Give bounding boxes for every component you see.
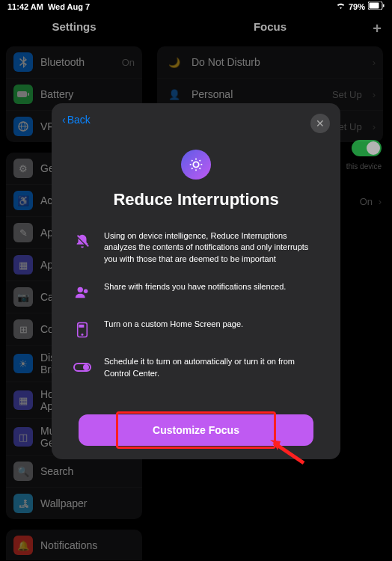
- modal-title: Reduce Interruptions: [65, 190, 327, 209]
- close-icon: ✕: [316, 117, 325, 129]
- toggle-icon: [73, 358, 92, 377]
- people-icon: [73, 283, 92, 302]
- svg-rect-15: [79, 325, 81, 327]
- svg-point-11: [78, 287, 83, 292]
- svg-point-18: [84, 365, 88, 370]
- reduce-interruptions-modal: ‹ Back ✕ Reduce Interruptions Using on d…: [52, 103, 340, 459]
- svg-point-12: [84, 289, 88, 294]
- close-button[interactable]: ✕: [310, 114, 330, 133]
- svg-point-14: [82, 334, 83, 336]
- feature-schedule: Schedule it to turn on automatically or …: [65, 356, 327, 379]
- chevron-left-icon: ‹: [62, 114, 66, 126]
- back-button[interactable]: ‹ Back: [62, 114, 91, 126]
- bell-slash-icon: [73, 232, 92, 251]
- feature-intelligence: Using on device intelligence, Reduce Int…: [65, 230, 327, 265]
- reduce-interruptions-icon: [181, 150, 211, 180]
- feature-homescreen: Turn on a custom Home Screen page.: [65, 319, 327, 340]
- annotation-arrow: [263, 437, 307, 467]
- feature-share: Share with friends you have notification…: [65, 281, 327, 302]
- modal-overlay: ‹ Back ✕ Reduce Interruptions Using on d…: [0, 0, 392, 561]
- svg-point-8: [193, 162, 198, 167]
- phone-icon: [73, 320, 92, 340]
- svg-rect-16: [82, 325, 83, 327]
